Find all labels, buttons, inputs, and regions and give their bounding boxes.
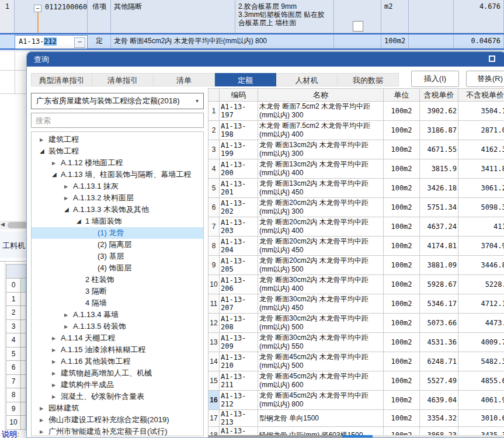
cell-name[interactable]: 龙骨 断面45cm2内 木龙骨平均中距(mm以内) 800	[258, 391, 384, 410]
cell-num[interactable]: 9	[208, 256, 220, 275]
tree-item[interactable]: ▶建筑物超高增加人工、机械	[32, 367, 203, 379]
table-row[interactable]: 15A1-13-211龙骨 断面45cm2内 木龙骨平均中距(mm以内) 600…	[208, 371, 504, 391]
subgrid-row[interactable]: 5	[6, 347, 26, 361]
cell-code[interactable]: A1-13-200	[220, 159, 258, 179]
cell-code[interactable]: A1-13-208	[220, 314, 258, 333]
subgrid-row[interactable]: 8	[6, 388, 26, 402]
cell-tax[interactable]: 4671.55	[420, 140, 458, 159]
cell-code[interactable]: A1-13-207	[220, 294, 258, 314]
cell-notax[interactable]: 4162.39	[458, 140, 504, 159]
tree-item[interactable]: (2) 隔离层	[32, 239, 203, 251]
table-row[interactable]: 10A1-13-206龙骨 断面30cm2内 木龙骨平均中距(mm以内) 400…	[208, 275, 504, 294]
cell-name[interactable]: 龙骨 断面20cm2内 木龙骨平均中距(mm以内) 300	[258, 198, 384, 217]
cell-notax[interactable]: 5098.36	[458, 198, 504, 217]
lookup-ellipsis-button[interactable]: ⋯	[74, 37, 85, 48]
cell-unit[interactable]: 100m2	[384, 179, 420, 198]
tab-gongliaoji[interactable]: 工料机	[2, 241, 25, 251]
bill-item-row[interactable]: 1 − 011210006001 借项 其他隔断 2.胶合板基层 9mm 3.3…	[0, 0, 504, 33]
collapsed-arrow-icon[interactable]: ▶	[40, 415, 48, 426]
cell-notax[interactable]: 4712.14	[458, 294, 504, 314]
cell-name[interactable]: 龙骨 断面20cm2内 木龙骨平均中距(mm以内) 450	[258, 237, 384, 256]
cell-unit[interactable]: 100m2	[384, 102, 420, 121]
cell-tax[interactable]: 3354.32	[420, 410, 458, 427]
cell-num[interactable]: 15	[208, 371, 220, 391]
expanded-arrow-icon[interactable]: ◢	[52, 169, 61, 180]
cell-unit[interactable]: 100m2	[384, 159, 420, 179]
cell-num[interactable]: 5	[208, 179, 220, 198]
cell-num[interactable]: 8	[208, 237, 220, 256]
cell-tax[interactable]: 5928.67	[420, 275, 458, 294]
cell-tax[interactable]: 3902.62	[420, 102, 458, 121]
cell-notax[interactable]: 5228.5	[458, 275, 504, 294]
cell-code[interactable]: A1-13-210	[220, 352, 258, 371]
collapsed-arrow-icon[interactable]: ▶	[52, 356, 61, 368]
cell-num[interactable]: 12	[208, 314, 220, 333]
table-row[interactable]: 13A1-13-209龙骨 断面30cm2内 木龙骨平均中距(mm以内) 550…	[208, 333, 504, 352]
query-tab-5[interactable]: 人材机	[276, 73, 338, 86]
table-row[interactable]: 2A1-13-198木龙骨 断面7.5cm2 木龙骨平均中距(mm以内) 400…	[208, 121, 504, 140]
cell-tax[interactable]: 3186.87	[420, 121, 458, 140]
cell-code[interactable]: A1-13-199	[220, 140, 258, 159]
tree-item[interactable]: ▶建筑工程	[32, 134, 203, 145]
table-row[interactable]: 14A1-13-210龙骨 断面45cm2内 木龙骨平均中距(mm以内) 500…	[208, 352, 504, 371]
cell-name[interactable]: 龙骨 断面30cm2内 木龙骨平均中距(mm以内) 500	[258, 314, 384, 333]
cell-notax[interactable]: 3010.61	[458, 410, 504, 427]
tree-item[interactable]: ◢1 墙面装饰	[32, 215, 203, 227]
scrollbar-thumb[interactable]	[342, 435, 373, 438]
cell-num[interactable]: 10	[208, 275, 220, 294]
subgrid-row[interactable]: 2	[6, 306, 26, 320]
cell-name[interactable]: 龙骨 断面13cm2内 木龙骨平均中距(mm以内) 300	[258, 140, 384, 159]
cell-num[interactable]: 3	[208, 140, 220, 159]
cell-num[interactable]: 1	[208, 102, 220, 121]
cell-name[interactable]: 型钢龙骨 单向1500	[258, 410, 384, 427]
table-row[interactable]: 12A1-13-208龙骨 断面30cm2内 木龙骨平均中距(mm以内) 500…	[208, 314, 504, 333]
cell-unit[interactable]: 100m2	[384, 198, 420, 217]
col-header-name[interactable]: 名称	[258, 89, 384, 102]
cell-tax[interactable]: 4174.81	[420, 237, 458, 256]
query-tab-4[interactable]: 定额	[215, 73, 276, 86]
collapse-minus-icon[interactable]: −	[34, 5, 41, 12]
cell-unit[interactable]: 100m2	[384, 294, 420, 314]
subgrid-row[interactable]: 10	[6, 416, 26, 430]
cell-unit[interactable]: 100m2	[384, 140, 420, 159]
tree-item[interactable]: ▶混凝土、砂浆制作含量表	[32, 391, 203, 402]
cell-num[interactable]: 6	[208, 198, 220, 217]
table-row[interactable]: 16A1-13-212龙骨 断面45cm2内 木龙骨平均中距(mm以内) 800…	[208, 391, 504, 410]
collapsed-arrow-icon[interactable]: ▶	[64, 310, 73, 321]
cell-name[interactable]: 龙骨 断面30cm2内 木龙骨平均中距(mm以内) 400	[258, 275, 384, 294]
cell-notax[interactable]: 4473.4	[458, 314, 504, 333]
cell-num[interactable]: 7	[208, 217, 220, 237]
expanded-arrow-icon[interactable]: ◢	[40, 145, 48, 157]
tree-item[interactable]: ▶园林建筑	[32, 402, 203, 414]
expanded-arrow-icon[interactable]: ◢	[77, 215, 85, 227]
cell-name[interactable]: 木龙骨 断面7.5cm2 木龙骨平均中距(mm以内) 300	[258, 102, 384, 121]
collapsed-arrow-icon[interactable]: ▶	[40, 134, 48, 146]
subgrid-row[interactable]: 1	[6, 293, 26, 307]
collapsed-arrow-icon[interactable]: ▶	[52, 158, 61, 169]
table-row[interactable]: 3A1-13-199龙骨 断面13cm2内 木龙骨平均中距(mm以内) 3001…	[208, 140, 504, 159]
cell-notax[interactable]: 3504.17	[458, 102, 504, 121]
cell-name[interactable]: 龙骨 断面20cm2内 木龙骨平均中距(mm以内) 500	[258, 256, 384, 275]
cell-num[interactable]: 17	[208, 410, 220, 427]
quota-code-edit-cell[interactable]: A1-13-212 ⋯	[15, 35, 88, 49]
cell-code[interactable]: A1-13-204	[220, 237, 258, 256]
cell-tax[interactable]: 3426.18	[420, 179, 458, 198]
cell-code[interactable]: A1-13-213	[220, 410, 258, 427]
cell-unit[interactable]: 100m2	[384, 237, 420, 256]
cell-unit[interactable]: 100m2	[384, 371, 420, 391]
table-row[interactable]: 17A1-13-213型钢龙骨 单向1500100m23354.323010.6…	[208, 410, 504, 427]
col-header-code[interactable]: 编码	[220, 89, 258, 102]
tree-item[interactable]: ◢A.1.13 墙、柱面装饰与隔断、幕墙工程	[32, 169, 203, 180]
cell-code[interactable]: A1-13-202	[220, 198, 258, 217]
cell-code[interactable]: A1-13-205	[220, 256, 258, 275]
query-tab-3[interactable]: 清单	[154, 73, 215, 86]
cell-num[interactable]: 11	[208, 294, 220, 314]
cell-unit[interactable]: 100m2	[384, 391, 420, 410]
subgrid-row[interactable]: 6	[6, 361, 26, 375]
cell-code[interactable]: A1-13-211	[220, 371, 258, 391]
cell-notax[interactable]: 3704.99	[458, 237, 504, 256]
col-header-unit[interactable]: 单位	[384, 89, 420, 102]
cell-tax[interactable]: 5073.66	[420, 314, 458, 333]
collapsed-arrow-icon[interactable]: ▶	[52, 380, 61, 391]
item-checkbox[interactable]	[353, 21, 363, 32]
